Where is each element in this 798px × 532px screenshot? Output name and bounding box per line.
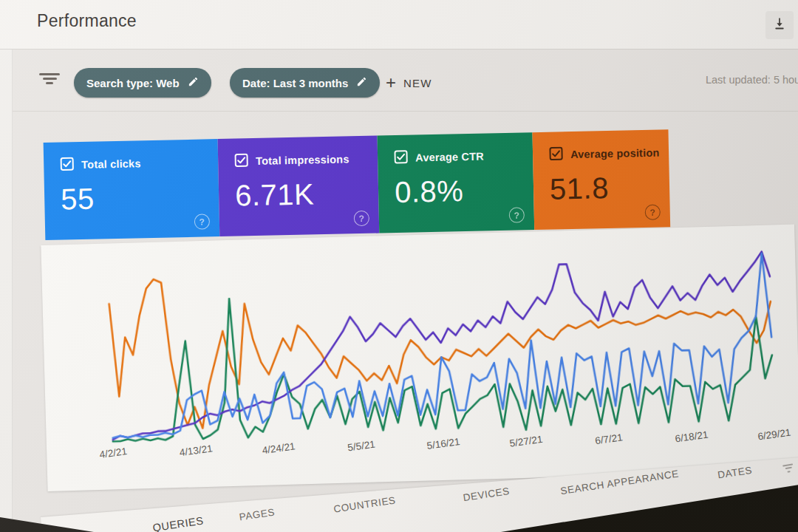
metric-value: 51.8 <box>550 170 670 205</box>
x-tick-label: 6/7/21 <box>594 432 623 446</box>
checkbox-checked-icon[interactable] <box>549 146 563 163</box>
tab-countries[interactable]: COUNTRIES <box>332 494 396 514</box>
help-icon[interactable]: ? <box>354 211 369 226</box>
checkbox-checked-icon[interactable] <box>60 157 74 173</box>
x-tick-label: 4/24/21 <box>262 440 296 456</box>
help-icon[interactable]: ? <box>509 207 525 222</box>
chart-x-axis-labels: 4/2/214/13/214/24/215/5/215/16/215/27/21… <box>41 225 798 491</box>
search-console-performance-screen: Performance Search type: Web Date: Last … <box>0 0 798 532</box>
average-ctr-card[interactable]: Average CTR 0.8% ? <box>378 132 535 233</box>
metric-label: Average position <box>570 147 660 161</box>
average-position-card[interactable]: Average position 51.8 ? <box>532 129 670 230</box>
date-range-chip[interactable]: Date: Last 3 months <box>230 68 380 98</box>
search-type-chip-label: Search type: Web <box>86 77 180 89</box>
export-download-button[interactable] <box>765 11 794 39</box>
tab-devices[interactable]: DEVICES <box>463 485 511 503</box>
tab-queries[interactable]: QUERIES <box>152 514 205 532</box>
pencil-icon[interactable] <box>356 76 367 89</box>
left-edge-strip <box>0 49 13 532</box>
new-filter-label: NEW <box>403 77 432 89</box>
checkbox-checked-icon[interactable] <box>234 153 248 169</box>
pencil-icon[interactable] <box>188 76 199 89</box>
x-tick-label: 5/16/21 <box>426 436 461 451</box>
top-bar: Performance <box>0 0 798 50</box>
download-icon <box>772 16 787 34</box>
metric-value: 6.71K <box>235 177 379 213</box>
tab-pages[interactable]: PAGES <box>239 507 276 523</box>
x-tick-label: 4/2/21 <box>99 446 128 460</box>
date-range-chip-label: Date: Last 3 months <box>242 77 348 89</box>
help-icon[interactable]: ? <box>194 214 210 229</box>
metric-label: Average CTR <box>415 151 484 164</box>
help-icon[interactable]: ? <box>645 205 661 220</box>
x-tick-label: 5/27/21 <box>509 434 544 449</box>
filter-icon[interactable] <box>38 73 61 85</box>
search-type-chip[interactable]: Search type: Web <box>74 68 211 98</box>
metric-label: Total impressions <box>256 153 349 167</box>
metric-value: 55 <box>61 180 219 216</box>
x-tick-label: 6/29/21 <box>757 427 792 443</box>
x-tick-label: 6/18/21 <box>675 429 709 445</box>
metric-cards-row: Total clicks 55 ? Total impressions 6.71… <box>44 129 671 240</box>
filter-row: Search type: Web Date: Last 3 months + N… <box>0 49 798 111</box>
x-tick-label: 4/13/21 <box>179 443 214 458</box>
divider <box>13 111 798 112</box>
tab-dates[interactable]: DATES <box>717 465 753 481</box>
last-updated-text: Last updated: 5 hour <box>706 74 798 86</box>
checkbox-checked-icon[interactable] <box>394 150 408 166</box>
x-tick-label: 5/5/21 <box>347 439 376 454</box>
table-filter-icon[interactable] <box>782 463 795 474</box>
plus-icon: + <box>386 74 396 92</box>
total-impressions-card[interactable]: Total impressions 6.71K ? <box>218 136 380 236</box>
total-clicks-card[interactable]: Total clicks 55 ? <box>44 139 220 240</box>
performance-chart-panel: 4/2/214/13/214/24/215/5/215/16/215/27/21… <box>41 225 798 491</box>
new-filter-button[interactable]: + NEW <box>386 68 432 98</box>
metric-value: 0.8% <box>395 173 534 209</box>
page-title: Performance <box>37 11 137 31</box>
metric-label: Total clicks <box>81 157 141 171</box>
